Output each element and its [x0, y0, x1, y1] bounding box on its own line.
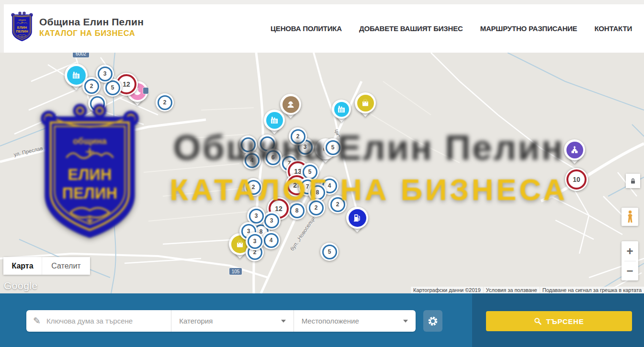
- map-cluster[interactable]: 2: [328, 195, 347, 213]
- cluster-count: 8: [290, 203, 305, 218]
- factory-icon: [67, 66, 86, 85]
- cluster-count: 6: [266, 150, 281, 165]
- search-button[interactable]: ТЪРСЕНЕ: [486, 311, 632, 331]
- map-type-map-button[interactable]: Карта: [3, 257, 42, 275]
- header: община ЕЛИН ПЕЛИН Община Елин Пелин КАТА…: [4, 4, 644, 53]
- pegman-icon: [626, 210, 634, 224]
- location-select-label: Местоположение: [302, 317, 403, 325]
- nav-item[interactable]: ЦЕНОВА ПОЛИТИКА: [271, 24, 342, 33]
- cluster-count: 5: [326, 140, 340, 155]
- cluster-count: 3: [248, 234, 262, 249]
- attribution-copyright: Картографски данни ©2019: [411, 287, 483, 293]
- category-select[interactable]: Категория: [171, 310, 293, 332]
- road-shield: [143, 88, 148, 94]
- cluster-count: [241, 137, 256, 152]
- keyword-input[interactable]: [45, 316, 171, 325]
- cluster-count: 3: [249, 209, 264, 224]
- map-cluster[interactable]: [88, 94, 106, 112]
- nav-item[interactable]: МАРШРУТНО РАЗПИСАНИЕ: [480, 24, 577, 33]
- fuel-icon: [349, 209, 366, 227]
- map-pin-factory[interactable]: [264, 110, 285, 131]
- map-lock-button[interactable]: [626, 174, 640, 188]
- map-pin-bag[interactable]: [355, 92, 376, 113]
- page: община ЕЛИН ПЕЛИН Община Елин Пелин КАТА…: [0, 0, 644, 347]
- attribution-report-link[interactable]: Подаване на сигнал за грешка в картата: [540, 287, 644, 293]
- google-logo[interactable]: Google: [4, 280, 38, 291]
- location-select[interactable]: Местоположение: [294, 310, 416, 332]
- svg-text:община: община: [18, 19, 26, 21]
- cluster-count: 3: [98, 67, 113, 81]
- map-cluster[interactable]: [239, 135, 257, 154]
- chevron-down-icon: [281, 320, 286, 323]
- cluster-count: 2: [291, 129, 305, 144]
- street-view-pegman[interactable]: [621, 208, 638, 226]
- map-cluster[interactable]: 2: [307, 199, 325, 217]
- zoom-out-button[interactable]: −: [621, 261, 638, 280]
- cluster-count: 8: [310, 185, 325, 200]
- site-title: Община Елин Пелин: [39, 16, 144, 28]
- cluster-count: 3: [264, 213, 279, 228]
- map-cluster[interactable]: 5: [324, 138, 342, 157]
- site-logo[interactable]: община ЕЛИН ПЕЛИН Община Елин Пелин КАТА…: [11, 11, 144, 42]
- nav-item[interactable]: ДОБАВЕТЕ ВАШИЯТ БИЗНЕС: [359, 24, 463, 33]
- municipality-crest-icon: община ЕЛИН ПЕЛИН: [11, 11, 34, 42]
- svg-text:ПЕЛИН: ПЕЛИН: [16, 29, 28, 34]
- cluster-count: [90, 96, 105, 111]
- street-label: бул. „Новоселци: [289, 215, 316, 252]
- cluster-count: 2: [330, 197, 345, 212]
- map-markers-layer: 3251253224671352774822281252833343106002…: [0, 53, 644, 293]
- street-label: ци“: [334, 129, 341, 137]
- bag-icon: [357, 95, 374, 112]
- street-label: ул. Преслав: [13, 145, 43, 157]
- attribution-terms-link[interactable]: Условия за ползване: [484, 287, 540, 293]
- cluster-count: 2: [158, 95, 172, 110]
- logo-text: Община Елин Пелин КАТАЛОГ НА БИЗНЕСА: [39, 16, 144, 38]
- search-fields-group: ✎ Категория Местоположение: [26, 310, 416, 332]
- category-select-label: Категория: [179, 317, 281, 325]
- map-cluster[interactable]: 3: [246, 232, 264, 250]
- lock-icon: [630, 178, 636, 184]
- gear-icon: [428, 316, 438, 326]
- advanced-settings-button[interactable]: [423, 310, 442, 332]
- search-button-label: ТЪРСЕНЕ: [546, 317, 584, 325]
- factory-icon: [334, 102, 349, 117]
- cluster-count: 4: [264, 233, 279, 248]
- map-type-satellite-button[interactable]: Сателит: [42, 257, 90, 275]
- church-icon: [566, 142, 583, 158]
- map-pin-factory[interactable]: [332, 100, 351, 119]
- cluster-count: 4: [245, 153, 260, 168]
- site-subtitle: КАТАЛОГ НА БИЗНЕСА: [39, 29, 144, 38]
- cluster-count: 10: [566, 169, 587, 190]
- keyword-field-wrap: ✎: [26, 310, 171, 332]
- svg-text:ЕЛИН: ЕЛИН: [17, 25, 27, 30]
- map-cluster[interactable]: 4: [262, 231, 280, 249]
- map-cluster[interactable]: 8: [288, 201, 306, 220]
- road-shield: 6002: [73, 53, 89, 57]
- search-bar: ✎ Категория Местоположение: [0, 293, 644, 347]
- map-pin-fuel[interactable]: [346, 207, 368, 229]
- cluster-count: 2: [84, 79, 99, 94]
- map-attribution: Картографски данни ©2019 Условия за полз…: [411, 286, 644, 293]
- map-cluster[interactable]: 2: [156, 93, 174, 112]
- zoom-control: + −: [621, 241, 638, 280]
- map-type-control: Карта Сателит: [3, 257, 90, 275]
- road-shield: 105: [229, 268, 242, 275]
- map-cluster[interactable]: 6: [264, 148, 282, 167]
- map-cluster[interactable]: 2: [244, 178, 262, 196]
- map-cluster[interactable]: 5: [320, 243, 339, 261]
- nav-item[interactable]: КОНТАКТИ: [594, 24, 632, 33]
- search-icon: [534, 317, 542, 325]
- chevron-down-icon: [403, 320, 408, 323]
- cluster-count: 2: [246, 180, 261, 195]
- zoom-in-button[interactable]: +: [621, 242, 638, 261]
- map-cluster[interactable]: 2: [289, 127, 307, 146]
- cluster-count: 2: [309, 201, 324, 215]
- cluster-count: 5: [322, 245, 337, 259]
- map-cluster[interactable]: 2: [82, 77, 101, 95]
- map-cluster[interactable]: 4: [243, 151, 261, 169]
- pencil-icon: ✎: [33, 315, 41, 326]
- map-cluster[interactable]: 10: [565, 168, 588, 191]
- map-pin-church[interactable]: [564, 139, 585, 160]
- factory-icon: [266, 112, 283, 129]
- map-canvas[interactable]: 3251253224671352774822281252833343106002…: [0, 53, 644, 293]
